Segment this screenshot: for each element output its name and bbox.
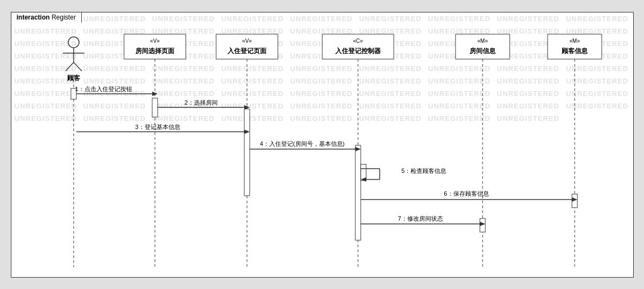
svg-text:«M»: «M» (569, 38, 580, 44)
svg-text:«M»: «M» (477, 38, 488, 44)
svg-text:房间选择页面: 房间选择页面 (135, 47, 175, 55)
diagram-wrapper: // Generate watermark rows const wm = do… (11, 12, 634, 278)
svg-rect-28 (152, 98, 158, 117)
outer-container: // Generate watermark rows const wm = do… (0, 0, 644, 289)
svg-text:顾客信息: 顾客信息 (561, 47, 588, 55)
svg-rect-15 (456, 34, 510, 59)
svg-marker-35 (152, 92, 158, 96)
svg-rect-18 (548, 34, 602, 59)
svg-text:6：保存顾客信息: 6：保存顾客信息 (444, 190, 489, 197)
svg-text:2：选择房间: 2：选择房间 (184, 99, 217, 106)
svg-rect-27 (71, 88, 76, 99)
svg-rect-9 (216, 34, 278, 59)
title-tab: interaction Register (11, 12, 82, 23)
svg-text:«C»: «C» (353, 38, 363, 44)
svg-text:房间信息: 房间信息 (469, 47, 496, 55)
svg-rect-33 (480, 219, 485, 232)
svg-line-4 (74, 62, 82, 71)
svg-text:3：登记基本信息: 3：登记基本信息 (135, 124, 180, 130)
svg-text:«V»: «V» (242, 38, 252, 44)
svg-rect-12 (322, 34, 394, 59)
svg-marker-55 (480, 222, 485, 226)
svg-rect-32 (572, 194, 577, 208)
svg-text:1：点击入住登记按钮: 1：点击入住登记按钮 (75, 86, 132, 92)
svg-text:顾客: 顾客 (67, 74, 81, 82)
svg-text:入住登记页面: 入住登记页面 (227, 47, 267, 55)
svg-marker-52 (572, 197, 577, 202)
svg-marker-44 (355, 147, 361, 151)
svg-rect-6 (124, 34, 186, 59)
svg-point-0 (68, 37, 79, 48)
svg-text:«V»: «V» (150, 38, 160, 44)
svg-marker-49 (361, 177, 366, 182)
svg-text:4：入住登记(房间号，基本信息): 4：入住登记(房间号，基本信息) (259, 140, 344, 147)
svg-text:5：检查顾客信息: 5：检查顾客信息 (401, 168, 446, 174)
svg-rect-30 (355, 145, 361, 240)
title-name: Register (51, 14, 76, 21)
svg-text:入住登记控制器: 入住登记控制器 (335, 47, 381, 55)
svg-line-3 (66, 62, 74, 71)
svg-rect-31 (361, 164, 366, 181)
title-keyword: interaction (17, 14, 50, 21)
watermark: // Generate watermark rows const wm = do… (11, 12, 633, 277)
svg-marker-41 (244, 130, 250, 134)
svg-marker-38 (244, 105, 250, 110)
svg-text:7：修改房间状态: 7：修改房间状态 (398, 215, 443, 222)
diagram-svg: 顾客 «V» 房间选择页面 «V» 入住登记页面 «C» 入住登记控制器 «M»… (11, 23, 634, 278)
svg-rect-29 (244, 109, 250, 196)
